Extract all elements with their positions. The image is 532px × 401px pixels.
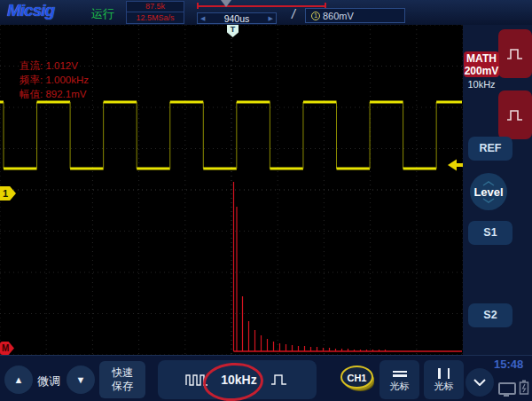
math-scale: 200mV xyxy=(464,65,499,77)
timebase-value: 940us xyxy=(224,13,250,24)
measurement-dc: 直流: 1.012V xyxy=(20,59,89,73)
ref-button[interactable]: REF xyxy=(468,137,512,161)
chevron-down-icon xyxy=(473,379,486,386)
level-button[interactable]: Level xyxy=(470,173,507,210)
trigger-position-marker[interactable] xyxy=(221,0,231,7)
timebase-right-icon[interactable]: ▶ xyxy=(269,13,273,23)
vertical-cursors-icon xyxy=(438,368,450,379)
triangle-up-icon: ▲ xyxy=(14,374,24,385)
hcursor-label: 光标 xyxy=(390,381,410,391)
right-menu-sidebar: MATH 200mV 10kHz REF Level S1 S2 xyxy=(463,25,532,355)
fine-tune-label: 微调 xyxy=(37,373,60,389)
math-label: MATH xyxy=(464,52,499,65)
horizontal-cursors-icon xyxy=(393,369,407,379)
measurement-readout: 直流: 1.012V 频率: 1.000kHz 幅值: 892.1mV xyxy=(20,59,89,101)
fine-tune-up-button[interactable]: ▲ xyxy=(4,366,33,394)
collapse-menu-button[interactable] xyxy=(466,368,494,397)
quick-save-button[interactable]: 快速 保存 xyxy=(99,361,145,398)
measurement-frequency: 频率: 1.000kHz xyxy=(20,73,89,87)
math-wave-button-top[interactable] xyxy=(498,29,532,78)
sample-rate: 12.5MSa/s xyxy=(126,12,184,24)
timebase-left-icon[interactable]: ◀ xyxy=(200,13,205,23)
memory-window-left-tick xyxy=(197,3,199,9)
top-status-bar: Micsig 运行 87.5k 12.5MSa/s ◀ 940us ▶ / 1 … xyxy=(0,0,532,26)
math-wave-button-bottom[interactable] xyxy=(498,90,532,139)
vcursor-label: 光标 xyxy=(434,381,454,391)
s1-button[interactable]: S1 xyxy=(468,221,512,245)
bottom-toolbar: ▲ 微调 ▼ 快速 保存 10kHz CH1 光标 光标 15:48 xyxy=(0,355,532,401)
pulse-icon[interactable] xyxy=(270,373,289,387)
vertical-cursor-button[interactable]: 光标 xyxy=(424,360,464,399)
math-frequency: 10kHz xyxy=(463,79,500,90)
pulse-icon xyxy=(505,47,525,61)
display-icon xyxy=(498,382,516,395)
pulse-icon xyxy=(505,108,525,122)
memory-window-bar[interactable] xyxy=(197,5,326,7)
brand-logo: Micsig xyxy=(7,1,54,20)
chevron-down-icon xyxy=(482,198,495,203)
battery-charging-icon xyxy=(519,380,529,396)
s2-button[interactable]: S2 xyxy=(468,303,512,327)
trigger-level-value: 860mV xyxy=(323,11,354,21)
quick-save-line2: 保存 xyxy=(99,380,145,393)
measurement-amplitude: 幅值: 892.1mV xyxy=(20,87,89,101)
waveform-display[interactable]: 直流: 1.012V 频率: 1.000kHz 幅值: 892.1mV 1 M … xyxy=(0,25,463,355)
clock: 15:48 xyxy=(494,358,523,371)
horizontal-cursor-button[interactable]: 光标 xyxy=(379,360,419,399)
trigger-slope-icon[interactable]: / xyxy=(292,7,295,21)
fine-tune-down-button[interactable]: ▼ xyxy=(66,366,95,394)
trigger-level-arrow-icon[interactable] xyxy=(448,158,463,172)
quick-save-line1: 快速 xyxy=(99,366,145,380)
timebase-control[interactable]: ◀ 940us ▶ xyxy=(197,12,277,24)
run-status: 运行 xyxy=(91,6,114,22)
trigger-source-channel-icon: 1 xyxy=(311,12,320,20)
math-channel-badge[interactable]: MATH 200mV xyxy=(464,51,499,77)
ch1-button[interactable]: CH1 xyxy=(340,366,373,389)
trigger-level-box[interactable]: 1 860mV xyxy=(305,8,405,23)
level-label: Level xyxy=(473,186,503,198)
triangle-down-icon: ▼ xyxy=(76,374,86,385)
